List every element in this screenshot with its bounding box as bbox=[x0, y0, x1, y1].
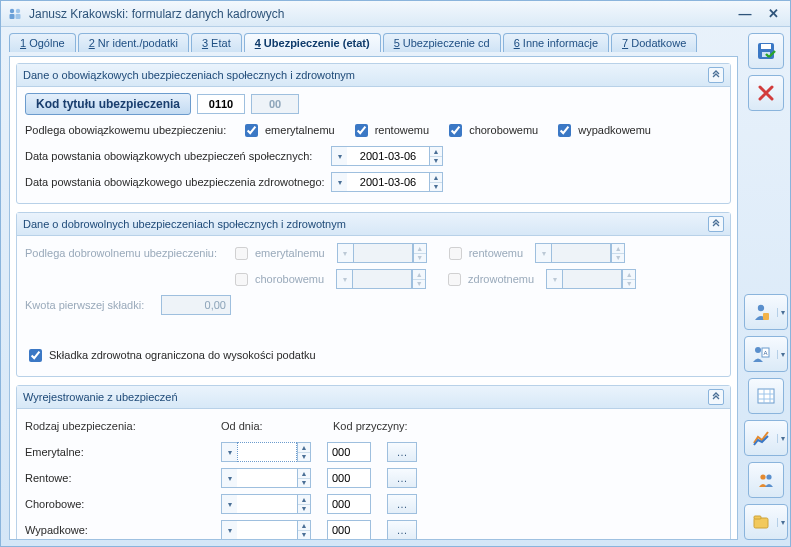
title-code-input[interactable] bbox=[197, 94, 245, 114]
folder-button[interactable]: ▾ bbox=[744, 504, 788, 540]
health-date-input[interactable] bbox=[347, 172, 429, 192]
dereg-reason-code[interactable] bbox=[327, 520, 371, 540]
svg-rect-8 bbox=[763, 313, 769, 320]
dereg-reason-lookup-button[interactable]: … bbox=[387, 442, 417, 462]
tab-1[interactable]: 2 Nr ident./podatki bbox=[78, 33, 189, 52]
dereg-row-label: Wypadkowe: bbox=[25, 524, 215, 536]
dereg-date-picker[interactable]: ▾▲▼ bbox=[221, 468, 311, 488]
svg-text:A: A bbox=[764, 350, 768, 356]
dropdown-icon[interactable]: ▾ bbox=[221, 442, 237, 462]
tab-content: Dane o obowiązkowych ubezpieczeniach spo… bbox=[9, 56, 738, 540]
tab-3[interactable]: 4 Ubezpieczenie (etat) bbox=[244, 33, 381, 52]
group-body: Kod tytułu ubezpieczenia Podlega obowiąz… bbox=[17, 87, 730, 203]
dereg-date-input[interactable] bbox=[237, 442, 297, 462]
vol-chor-date: ▾▲▼ bbox=[336, 269, 426, 289]
dereg-reason-code[interactable] bbox=[327, 468, 371, 488]
cb-limited-health[interactable]: Składka zdrowotna ograniczona do wysokoś… bbox=[25, 346, 316, 365]
group-header: Wyrejestrowanie z ubezpieczeń bbox=[17, 386, 730, 409]
dropdown-icon[interactable]: ▾ bbox=[777, 350, 787, 359]
dereg-row: Wypadkowe:▾▲▼… bbox=[25, 519, 722, 540]
minimize-button[interactable]: — bbox=[734, 6, 756, 22]
cb-wypadkowemu[interactable]: wypadkowemu bbox=[554, 121, 651, 140]
close-button[interactable]: ✕ bbox=[762, 6, 784, 22]
tab-6[interactable]: 7 Dodatkowe bbox=[611, 33, 697, 52]
save-button[interactable] bbox=[748, 33, 784, 69]
cancel-button[interactable] bbox=[748, 75, 784, 111]
people-button[interactable] bbox=[748, 462, 784, 498]
cb-rentowemu[interactable]: rentowemu bbox=[351, 121, 429, 140]
spinner[interactable]: ▲▼ bbox=[297, 442, 311, 462]
collapse-button[interactable] bbox=[708, 389, 724, 405]
cb-vol-rentowemu: rentowemu bbox=[445, 244, 523, 263]
dereg-date-input[interactable] bbox=[237, 468, 297, 488]
dropdown-icon[interactable]: ▾ bbox=[777, 308, 787, 317]
spinner[interactable]: ▲▼ bbox=[429, 172, 443, 192]
spinner[interactable]: ▲▼ bbox=[297, 468, 311, 488]
spinner[interactable]: ▲▼ bbox=[297, 494, 311, 514]
dereg-row-label: Chorobowe: bbox=[25, 498, 215, 510]
group-body: Rodzaj ubezpieczenia: Od dnia: Kod przyc… bbox=[17, 409, 730, 540]
social-date-label: Data powstania obowiązkowych ubezpieczeń… bbox=[25, 150, 325, 162]
dereg-date-input[interactable] bbox=[237, 520, 297, 540]
collapse-button[interactable] bbox=[708, 216, 724, 232]
dropdown-icon[interactable]: ▾ bbox=[331, 172, 347, 192]
dereg-reason-code[interactable] bbox=[327, 494, 371, 514]
dereg-row: Rentowe:▾▲▼… bbox=[25, 467, 722, 489]
spinner[interactable]: ▲▼ bbox=[429, 146, 443, 166]
dereg-date-input[interactable] bbox=[237, 494, 297, 514]
dropdown-icon[interactable]: ▾ bbox=[221, 494, 237, 514]
dereg-reason-code[interactable] bbox=[327, 442, 371, 462]
cb-vol-zdrowotnemu: zdrowotnemu bbox=[444, 270, 534, 289]
window-title: Janusz Krakowski: formularz danych kadro… bbox=[29, 7, 734, 21]
group-voluntary-insurance: Dane o dobrowolnych ubezpieczeniach społ… bbox=[16, 212, 731, 377]
tab-5[interactable]: 6 Inne informacje bbox=[503, 33, 609, 52]
dereg-date-picker[interactable]: ▾▲▼ bbox=[221, 442, 311, 462]
dropdown-icon[interactable]: ▾ bbox=[221, 468, 237, 488]
chart-button[interactable]: ▾ bbox=[744, 420, 788, 456]
title-code-suffix bbox=[251, 94, 299, 114]
titlebar: Janusz Krakowski: formularz danych kadro… bbox=[1, 1, 790, 27]
first-premium-input bbox=[161, 295, 231, 315]
svg-point-2 bbox=[16, 8, 20, 12]
vol-emeryt-date: ▾▲▼ bbox=[337, 243, 427, 263]
dropdown-icon[interactable]: ▾ bbox=[777, 434, 787, 443]
person-note-button[interactable]: A ▾ bbox=[744, 336, 788, 372]
insurance-title-code-button[interactable]: Kod tytułu ubezpieczenia bbox=[25, 93, 191, 115]
social-date-input[interactable] bbox=[347, 146, 429, 166]
dereg-date-picker[interactable]: ▾▲▼ bbox=[221, 520, 311, 540]
svg-rect-3 bbox=[16, 14, 21, 19]
cb-vol-emerytalnemu: emerytalnemu bbox=[231, 244, 325, 263]
social-date-picker[interactable]: ▾ ▲▼ bbox=[331, 146, 443, 166]
mandatory-subject-label: Podlega obowiązkowemu ubezpieczeniu: bbox=[25, 124, 235, 136]
right-toolbar: ▾ A ▾ ▾ ▾ bbox=[742, 27, 790, 546]
app-window: Janusz Krakowski: formularz danych kadro… bbox=[0, 0, 791, 547]
group-header: Dane o dobrowolnych ubezpieczeniach społ… bbox=[17, 213, 730, 236]
cb-chorobowemu[interactable]: chorobowemu bbox=[445, 121, 538, 140]
vol-rent-date: ▾▲▼ bbox=[535, 243, 625, 263]
spinner[interactable]: ▲▼ bbox=[297, 520, 311, 540]
group-deregistration: Wyrejestrowanie z ubezpieczeń Rodzaj ube… bbox=[16, 385, 731, 540]
dereg-date-picker[interactable]: ▾▲▼ bbox=[221, 494, 311, 514]
tab-0[interactable]: 1 Ogólne bbox=[9, 33, 76, 52]
dereg-reason-lookup-button[interactable]: … bbox=[387, 494, 417, 514]
dropdown-icon[interactable]: ▾ bbox=[221, 520, 237, 540]
svg-rect-12 bbox=[758, 389, 774, 403]
dereg-reason-lookup-button[interactable]: … bbox=[387, 520, 417, 540]
table-button[interactable] bbox=[748, 378, 784, 414]
group-mandatory-insurance: Dane o obowiązkowych ubezpieczeniach spo… bbox=[16, 63, 731, 204]
person-button[interactable]: ▾ bbox=[744, 294, 788, 330]
first-premium-label: Kwota pierwszej składki: bbox=[25, 299, 155, 311]
cb-vol-chorobowemu: chorobowemu bbox=[231, 270, 324, 289]
tab-4[interactable]: 5 Ubezpieczenie cd bbox=[383, 33, 501, 52]
dropdown-icon[interactable]: ▾ bbox=[331, 146, 347, 166]
cb-emerytalnemu[interactable]: emerytalnemu bbox=[241, 121, 335, 140]
collapse-button[interactable] bbox=[708, 67, 724, 83]
dereg-reason-lookup-button[interactable]: … bbox=[387, 468, 417, 488]
svg-point-14 bbox=[766, 474, 771, 479]
group-title: Dane o dobrowolnych ubezpieczeniach społ… bbox=[23, 218, 346, 230]
col-type-header: Rodzaj ubezpieczenia: bbox=[25, 420, 215, 432]
health-date-picker[interactable]: ▾ ▲▼ bbox=[331, 172, 443, 192]
dropdown-icon[interactable]: ▾ bbox=[777, 518, 787, 527]
health-date-label: Data powstania obowiązkowego ubezpieczen… bbox=[25, 176, 325, 188]
tab-2[interactable]: 3 Etat bbox=[191, 33, 242, 52]
